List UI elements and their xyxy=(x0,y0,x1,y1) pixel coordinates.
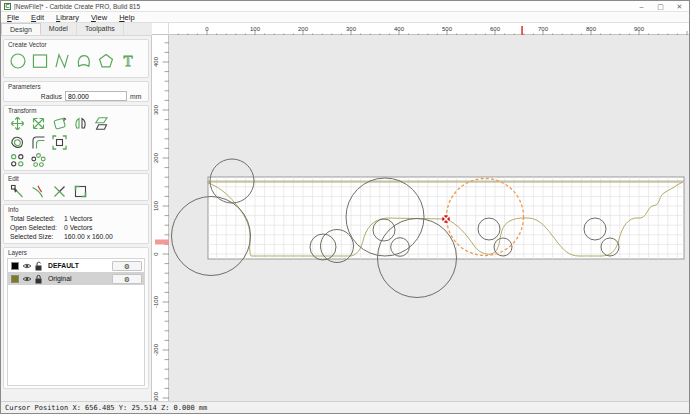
tab-bar: Design Model Toolpaths xyxy=(1,23,152,36)
layers-title: Layers xyxy=(8,249,27,256)
svg-text:100: 100 xyxy=(153,200,159,211)
vertical-ruler: 4003002001000-100-200-300 xyxy=(152,35,169,403)
sidebar: Create Vector T Parameters Rad xyxy=(1,36,152,403)
info-open-selected: Open Selected: 0 Vectors xyxy=(10,224,148,231)
parameters-title: Parameters xyxy=(8,83,41,90)
info-group: Info Total Selected: 1 Vectors Open Sele… xyxy=(3,204,149,244)
radius-unit: mm xyxy=(130,93,141,100)
radius-label: Radius xyxy=(4,93,62,100)
layer-settings-button[interactable]: ⚙ xyxy=(112,274,142,284)
ruler-corner xyxy=(152,23,169,35)
svg-text:600: 600 xyxy=(490,26,501,32)
design-canvas[interactable] xyxy=(169,35,690,403)
transform-group: Transform xyxy=(3,105,149,171)
layer-name: DEFAULT xyxy=(48,262,112,269)
tab-toolpaths[interactable]: Toolpaths xyxy=(77,23,124,35)
maximize-button[interactable]: ▢ xyxy=(651,1,670,12)
linear-array-tool-button[interactable] xyxy=(9,152,26,169)
svg-text:300: 300 xyxy=(346,26,357,32)
unlock-icon[interactable] xyxy=(34,261,43,271)
edit-title: Edit xyxy=(8,175,19,182)
info-value: 1 Vectors xyxy=(64,215,92,222)
svg-text:300: 300 xyxy=(153,104,159,115)
info-selected-size: Selected Size: 160.00 x 160.00 xyxy=(10,233,148,240)
eye-icon[interactable] xyxy=(22,275,32,283)
info-value: 0 Vectors xyxy=(64,224,92,231)
radius-input[interactable] xyxy=(65,91,127,101)
application-window: C [NewFile]* - Carbide Create PRO, Build… xyxy=(0,0,690,414)
join-vectors-tool-button[interactable] xyxy=(72,183,89,200)
status-bar: Cursor Position X: 656.485 Y: 25.514 Z: … xyxy=(1,401,689,413)
move-tool-button[interactable] xyxy=(9,115,26,132)
layers-group: Layers DEFAULT ⚙ O xyxy=(3,247,149,389)
parameters-group: Parameters Radius mm xyxy=(3,81,149,102)
curve-tool-button[interactable] xyxy=(75,52,93,70)
shear-tool-button[interactable] xyxy=(93,115,110,132)
menu-edit[interactable]: Edit xyxy=(25,12,50,23)
menu-bar: File Edit Library View Help xyxy=(1,12,689,23)
svg-text:900: 900 xyxy=(634,26,645,32)
create-vector-title: Create Vector xyxy=(8,41,47,48)
break-vector-tool-button[interactable] xyxy=(51,183,68,200)
layer-name: Original xyxy=(48,275,112,282)
node-edit-tool-button[interactable] xyxy=(9,183,26,200)
menu-help[interactable]: Help xyxy=(113,12,140,23)
svg-text:T: T xyxy=(123,53,132,69)
layer-row-original[interactable]: Original ⚙ xyxy=(8,272,144,285)
info-label: Open Selected: xyxy=(10,224,64,231)
layer-list: DEFAULT ⚙ Original ⚙ xyxy=(7,258,145,386)
svg-text:100: 100 xyxy=(250,26,261,32)
menu-file[interactable]: File xyxy=(1,12,25,23)
svg-text:400: 400 xyxy=(153,56,159,67)
layer-color-swatch[interactable] xyxy=(11,275,19,283)
rectangle-tool-button[interactable] xyxy=(31,52,49,70)
svg-text:400: 400 xyxy=(394,26,405,32)
edit-group: Edit xyxy=(3,173,149,201)
polygon-tool-button[interactable] xyxy=(97,52,115,70)
mirror-tool-button[interactable] xyxy=(72,115,89,132)
svg-text:-100: -100 xyxy=(153,295,159,308)
svg-text:200: 200 xyxy=(153,152,159,163)
lock-icon[interactable] xyxy=(34,274,43,284)
create-vector-group: Create Vector T xyxy=(3,39,149,78)
resize-tool-button[interactable] xyxy=(51,134,68,151)
svg-text:200: 200 xyxy=(298,26,309,32)
app-icon: C xyxy=(4,3,11,10)
info-title: Info xyxy=(8,206,19,213)
rotate-tool-button[interactable] xyxy=(51,115,68,132)
window-title: [NewFile]* - Carbide Create PRO, Build 8… xyxy=(14,3,632,10)
layer-row-default[interactable]: DEFAULT ⚙ xyxy=(8,259,144,272)
info-value: 160.00 x 160.00 xyxy=(64,233,113,240)
polyline-tool-button[interactable] xyxy=(53,52,71,70)
eye-icon[interactable] xyxy=(22,262,32,270)
tab-design[interactable]: Design xyxy=(1,23,41,35)
text-tool-button[interactable]: T xyxy=(119,52,137,70)
info-label: Selected Size: xyxy=(10,233,64,240)
transform-title: Transform xyxy=(8,107,36,114)
menu-view[interactable]: View xyxy=(85,12,113,23)
title-bar: C [NewFile]* - Carbide Create PRO, Build… xyxy=(1,1,689,12)
svg-text:0: 0 xyxy=(205,26,209,32)
menu-library[interactable]: Library xyxy=(50,12,85,23)
fillet-tool-button[interactable] xyxy=(30,134,47,151)
svg-text:800: 800 xyxy=(586,26,597,32)
svg-text:0: 0 xyxy=(153,252,159,256)
circle-tool-button[interactable] xyxy=(9,52,27,70)
info-total-selected: Total Selected: 1 Vectors xyxy=(10,215,148,222)
layer-color-swatch[interactable] xyxy=(11,262,19,270)
minimize-button[interactable]: – xyxy=(632,1,651,12)
svg-text:-200: -200 xyxy=(153,343,159,356)
circular-array-tool-button[interactable] xyxy=(30,152,47,169)
offset-tool-button[interactable] xyxy=(9,134,26,151)
scale-tool-button[interactable] xyxy=(30,115,47,132)
layer-settings-button[interactable]: ⚙ xyxy=(112,261,142,271)
cursor-position-text: Cursor Position X: 656.485 Y: 25.514 Z: … xyxy=(5,404,207,412)
trim-vectors-tool-button[interactable] xyxy=(30,183,47,200)
svg-text:500: 500 xyxy=(442,26,453,32)
svg-text:700: 700 xyxy=(538,26,549,32)
horizontal-ruler: 0100200300400500600700800900 xyxy=(169,23,690,35)
close-button[interactable]: ✕ xyxy=(670,1,689,12)
tab-model[interactable]: Model xyxy=(41,23,77,35)
info-label: Total Selected: xyxy=(10,215,64,222)
